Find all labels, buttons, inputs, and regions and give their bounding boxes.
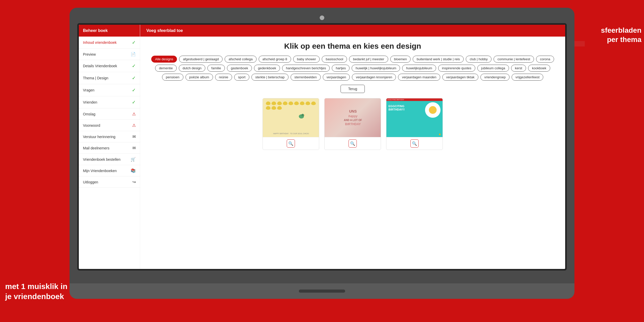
page-title: Klik op een thema en kies een design [146,42,559,50]
tag-basisschool[interactable]: basisschool [322,56,347,63]
tag-sterkte---beterschap[interactable]: sterkte | beterschap [251,74,289,81]
warning-icon: ⚠ [132,112,136,116]
tag-afgestudeerd---geslaagd[interactable]: afgestudeerd | geslaagd [179,56,223,63]
screen-bezel: Beheer boek Inhoud vriendenboek ✓ Previe… [77,23,567,270]
tag-gedenkboek[interactable]: gedenkboek [254,65,280,72]
main-header: Voeg sfeerblad toe [140,25,565,37]
tag-po-zie-album[interactable]: poëzie album [185,74,213,81]
tag-verjaardagen[interactable]: verjaardagen [323,74,350,81]
tag-vriendengroep[interactable]: vriendengroep [480,74,510,81]
sidebar-item-label: Verstuur herinnering [83,135,132,139]
sidebar-item-label: Voorwoord [83,123,132,128]
card1-text: HAPPY BIRTHDAY · TO OUR SOUL CHICK! [265,132,317,135]
sidebar-item-mijn[interactable]: Mijn Vriendenboeken 📚 [79,165,140,176]
tag-verjaardagen-kroonjaren[interactable]: verjaardagen kroonjaren [352,74,396,81]
sidebar-item-label: Uitloggen [83,180,132,184]
tag-pensioen[interactable]: pensioen [162,74,183,81]
sidebar-item-label: Inhoud vriendenboek [83,40,132,45]
sidebar-item-label: Vragen [83,88,132,92]
bottom-left-annotation: met 1 muisklik in je vriendenboek [5,281,67,301]
tag-huwelijk---huwelijksjubileum[interactable]: huwelijk | huwelijksjubileum [352,65,400,72]
card2-text: UNS happy AND A LOT OF BIRTHDAY [344,109,362,126]
tag-kerst[interactable]: kerst [511,65,526,72]
tag-inspirerende-quotes[interactable]: inspirerende quotes [438,65,475,72]
tag-buitenland-werk---studie---reis[interactable]: buitenland werk | studie | reis [413,56,464,63]
check-icon: ✓ [132,75,136,81]
svg-point-2 [301,114,304,116]
tag-dementie[interactable]: dementie [155,65,176,72]
sidebar: Beheer boek Inhoud vriendenboek ✓ Previe… [79,25,140,269]
laptop-shell: Beheer boek Inhoud vriendenboek ✓ Previe… [70,8,574,299]
tag-familie[interactable]: familie [207,65,225,72]
tag-hartjes[interactable]: hartjes [332,65,350,72]
tag-kookboek[interactable]: kookboek [528,65,550,72]
sidebar-item-vragen[interactable]: Vragen ✓ [79,84,140,96]
webcam [320,15,324,20]
sidebar-item-mail[interactable]: Mail deelnemers ✉ [79,142,140,154]
sidebar-item-vrienden[interactable]: Vrienden ✓ [79,96,140,108]
sidebar-item-label: Details Vriendenboek [83,64,132,68]
design-card-footer-2: 🔍 [325,137,381,150]
tag-gastenboek[interactable]: gastenboek [227,65,252,72]
tag-club---hobby[interactable]: club | hobby [466,56,492,63]
tag-jubileum-collega[interactable]: jubileum collega [477,65,509,72]
design-card-3: EGGCITING BIRTHDAY EGGCITINGBIRTHDAY!! 🐥 [386,98,443,150]
sidebar-item-label: Thema | Design [83,76,132,80]
sidebar-item-thema[interactable]: Thema | Design ✓ [79,72,140,84]
cart-icon: 🛒 [131,157,136,162]
designs-grid: HAPPY BIRTHDAY · TO OUR SOUL CHICK! 🔍 [146,98,559,150]
design-card-img-2: UNS happy AND A LOT OF BIRTHDAY [325,98,381,137]
sidebar-item-uitloggen[interactable]: Uitloggen ↪ [79,176,140,188]
sidebar-item-voorwoord[interactable]: Voorwoord ⚠ [79,120,140,131]
zoom-button-3[interactable]: 🔍 [410,139,419,148]
bird-icon [298,113,305,120]
tag-baby-shower[interactable]: baby shower [293,56,320,63]
tag-bedankt-juf---meester[interactable]: bedankt juf | meester [349,56,388,63]
check-icon: ✓ [132,63,136,69]
mail-icon: ✉ [132,134,136,139]
sidebar-item-label: Vrienden [83,100,132,104]
design-card-img-3: EGGCITING BIRTHDAY EGGCITINGBIRTHDAY!! 🐥 [386,98,443,137]
mail-icon: ✉ [132,146,136,150]
sidebar-item-verstuur[interactable]: Verstuur herinnering ✉ [79,131,140,142]
duck-pattern [265,100,317,111]
sidebar-item-omslag[interactable]: Omslag ⚠ [79,108,140,120]
tags-container: Alle designsafgestudeerd | geslaagdafsch… [146,56,559,81]
tag-verjaardagen-maanden[interactable]: verjaardagen maanden [398,74,440,81]
zoom-button-1[interactable]: 🔍 [287,139,295,148]
design-card-2: UNS happy AND A LOT OF BIRTHDAY 🔍 [324,98,381,150]
tag-vrijgezellenfeest[interactable]: vrijgezellenfeest [512,74,543,81]
tag-alle-designs[interactable]: Alle designs [151,56,177,63]
tag-handgeschreven-berichtjes[interactable]: handgeschreven berichtjes [282,65,330,72]
design-card-footer-1: 🔍 [263,137,319,150]
top-right-annotation: sfeerbladen per thema [601,26,641,45]
tag-re-nie[interactable]: reünie [215,74,232,81]
sidebar-item-preview[interactable]: Preview 📄 [79,49,140,60]
sidebar-item-bestellen[interactable]: Vriendenboek bestellen 🛒 [79,154,140,165]
tag-afscheid-groep-8[interactable]: afscheid groep 8 [259,56,291,63]
tag-corona[interactable]: corona [536,56,554,63]
sidebar-item-inhoud[interactable]: Inhoud vriendenboek ✓ [79,37,140,49]
zoom-button-2[interactable]: 🔍 [349,139,357,148]
tag-bloemen[interactable]: bloemen [390,56,411,63]
logout-icon: ↪ [132,180,136,184]
sidebar-header: Beheer boek [79,25,140,37]
design-card-img-1: HAPPY BIRTHDAY · TO OUR SOUL CHICK! [263,98,319,137]
tag-sport[interactable]: sport [234,74,249,81]
tag-verjaardagen-tiktak[interactable]: verjaardagen tiktak [442,74,478,81]
back-button[interactable]: Terug [341,85,365,93]
sidebar-item-details[interactable]: Details Vriendenboek ✓ [79,60,140,72]
sidebar-item-label: Preview [83,52,131,56]
tag-sterrenbeelden[interactable]: sterrenbeelden [291,74,321,81]
sidebar-item-label: Mijn Vriendenboeken [83,169,131,173]
check-icon: ✓ [132,87,136,93]
tag-communie---lentefeest[interactable]: communie | lentefeest [494,56,534,63]
check-icon: ✓ [132,99,136,105]
svg-marker-3 [304,115,305,116]
tag-dutch-design[interactable]: dutch design [179,65,206,72]
tag-afscheid-collega[interactable]: afscheid collega [225,56,256,63]
warning-icon: ⚠ [132,123,136,128]
books-icon: 📚 [131,168,136,173]
tag-huwelijksjubileum[interactable]: huwelijksjubileum [402,65,436,72]
sidebar-item-label: Vriendenboek bestellen [83,157,131,162]
